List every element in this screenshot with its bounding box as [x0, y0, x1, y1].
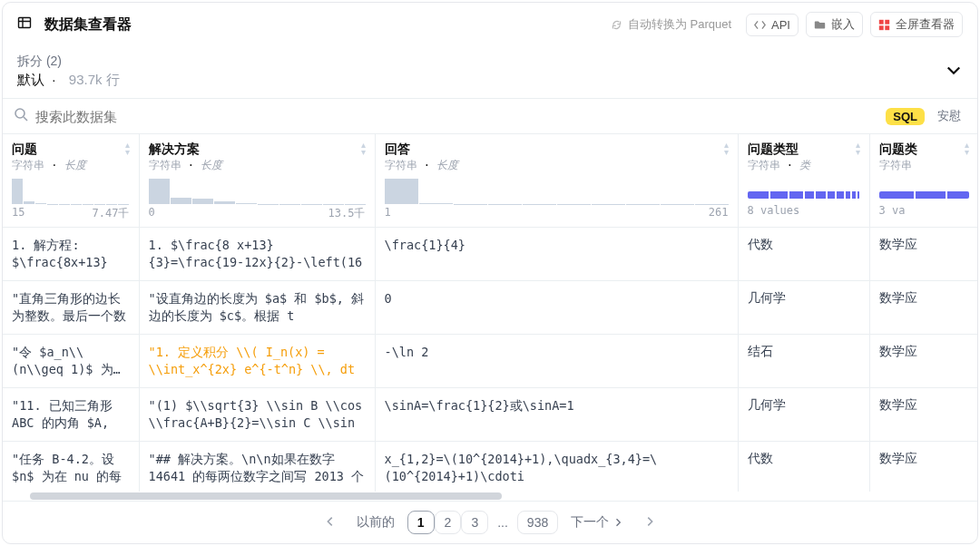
table-row[interactable]: 1. 解方程: $\frac{8x+13}{3}=\frac{19…1. $\f… — [3, 228, 977, 281]
page-button[interactable]: 3 — [461, 511, 488, 534]
table-cell: "直角三角形的边长为整数。最后一个数字可能… — [3, 281, 139, 335]
sort-icon[interactable]: ▴▾ — [361, 141, 366, 156]
api-button[interactable]: API — [746, 14, 799, 36]
split-label: 拆分 (2) — [17, 54, 120, 70]
viewer-title: 数据集查看器 — [44, 15, 132, 34]
table-cell: "## 解决方案。\n\n如果在数字 14641 的每两位数字之间写 2013 … — [139, 442, 375, 492]
svg-rect-4 — [885, 19, 889, 24]
svg-line-8 — [24, 117, 27, 121]
data-table-wrapper[interactable]: 问题字符串 · 长度▴▾157.47千解决方案字符串 · 长度▴▾013.5千回… — [3, 134, 977, 492]
table-cell: 数学应 — [869, 281, 977, 335]
table-cell: 代数 — [738, 442, 869, 492]
sort-icon[interactable]: ▴▾ — [724, 141, 729, 156]
svg-rect-5 — [879, 25, 884, 30]
table-icon — [17, 15, 32, 34]
sort-icon[interactable]: ▴▾ — [856, 141, 860, 156]
table-cell: \sinA=\frac{1}{2}或\sinA=1 — [375, 388, 738, 442]
svg-rect-0 — [19, 18, 31, 28]
horizontal-scrollbar[interactable] — [3, 492, 977, 501]
table-cell: "1. 定义积分 \\( I_n(x) = \\int_x^{2x} e^{-t… — [139, 335, 375, 388]
table-cell: 结石 — [738, 335, 869, 388]
page-button[interactable]: 1 — [407, 511, 435, 534]
scrollbar-thumb[interactable] — [30, 492, 502, 500]
sql-toggle[interactable]: SQL — [886, 108, 925, 125]
page-button[interactable]: 2 — [435, 511, 462, 534]
refresh-icon — [611, 19, 622, 31]
table-cell: "11. 已知三角形 ABC 的内角 $A, B, C$ … — [3, 388, 139, 442]
column-header[interactable]: 问题类型字符串 · 类▴▾8 values — [738, 134, 869, 228]
table-cell: 1. 解方程: $\frac{8x+13}{3}=\frac{19… — [3, 228, 139, 281]
table-row[interactable]: "11. 已知三角形 ABC 的内角 $A, B, C$ …"(1) $\\sq… — [3, 388, 977, 442]
viewer-header: 数据集查看器 自动转换为 Parquet API 嵌入 全屏查看器 — [3, 3, 977, 46]
column-header[interactable]: 问题字符串 · 长度▴▾157.47千 — [3, 134, 139, 228]
table-row[interactable]: "直角三角形的边长为整数。最后一个数字可能…"设直角边的长度为 $a$ 和 $b… — [3, 281, 977, 335]
table-cell: 几何学 — [738, 388, 869, 442]
search-input[interactable] — [35, 109, 878, 124]
table-cell: \frac{1}{4} — [375, 228, 738, 281]
svg-rect-6 — [885, 25, 889, 30]
table-cell: "令 $a_n\\ (n\\geq 1)$ 为… — [3, 335, 139, 388]
table-cell: 几何学 — [738, 281, 869, 335]
table-cell: 0 — [375, 281, 738, 335]
comfort-toggle[interactable]: 安慰 — [932, 106, 966, 126]
page-ellipsis: ... — [488, 512, 517, 533]
table-cell: 数学应 — [869, 442, 977, 492]
table-cell: 数学应 — [869, 335, 977, 388]
chevron-down-icon — [945, 61, 963, 83]
table-cell: "(1) $\\sqrt{3} \\sin B \\cos \\frac{A+B… — [139, 388, 375, 442]
svg-rect-3 — [879, 19, 884, 24]
column-header[interactable]: 回答字符串 · 长度▴▾1261 — [375, 134, 738, 228]
fullscreen-button[interactable]: 全屏查看器 — [870, 12, 963, 37]
data-table: 问题字符串 · 长度▴▾157.47千解决方案字符串 · 长度▴▾013.5千回… — [3, 134, 977, 492]
table-cell: -\ln 2 — [375, 335, 738, 388]
column-header[interactable]: 问题类字符串▴▾3 va — [869, 134, 977, 228]
first-page-button[interactable] — [317, 512, 344, 534]
pagination: 以前的 123...938 下一个 — [3, 501, 977, 543]
split-name: 默认 — [17, 72, 44, 87]
table-cell: 数学应 — [869, 228, 977, 281]
search-bar: SQL 安慰 — [3, 99, 977, 134]
folder-icon — [814, 19, 826, 31]
embed-button[interactable]: 嵌入 — [806, 12, 863, 37]
column-header[interactable]: 解决方案字符串 · 长度▴▾013.5千 — [139, 134, 375, 228]
table-cell: 代数 — [738, 228, 869, 281]
last-page-button[interactable] — [636, 512, 663, 534]
code-icon — [754, 19, 766, 31]
convert-parquet-button[interactable]: 自动转换为 Parquet — [603, 13, 739, 36]
table-cell: "设直角边的长度为 $a$ 和 $b$, 斜边的长度为 $c$。根据 t (..… — [139, 281, 375, 335]
table-cell: x_{1,2}=\(10^{2014}+1),\quadx_{3,4}=\(10… — [375, 442, 738, 492]
grid-icon — [878, 19, 890, 31]
split-selector[interactable]: 拆分 (2) 默认 · 93.7k 行 — [3, 46, 977, 99]
split-rowcount: 93.7k 行 — [69, 72, 120, 87]
table-cell: 数学应 — [869, 388, 977, 442]
search-icon — [14, 107, 28, 125]
svg-point-7 — [15, 109, 24, 118]
sort-icon[interactable]: ▴▾ — [965, 141, 969, 156]
table-cell: 1. $\frac{8 x+13}{3}=\frac{19-12x}{2}-\l… — [139, 228, 375, 281]
table-row[interactable]: "任务 B-4.2。设 $n$ 为在 nu 的每两位数…"## 解决方案。\n\… — [3, 442, 977, 492]
next-page-button[interactable]: 下一个 — [562, 511, 632, 534]
page-button[interactable]: 938 — [517, 511, 558, 534]
table-row[interactable]: "令 $a_n\\ (n\\geq 1)$ 为…"1. 定义积分 \\( I_n… — [3, 335, 977, 388]
prev-page-button[interactable]: 以前的 — [348, 511, 404, 534]
table-cell: "任务 B-4.2。设 $n$ 为在 nu 的每两位数… — [3, 442, 139, 492]
sort-icon[interactable]: ▴▾ — [125, 141, 130, 156]
